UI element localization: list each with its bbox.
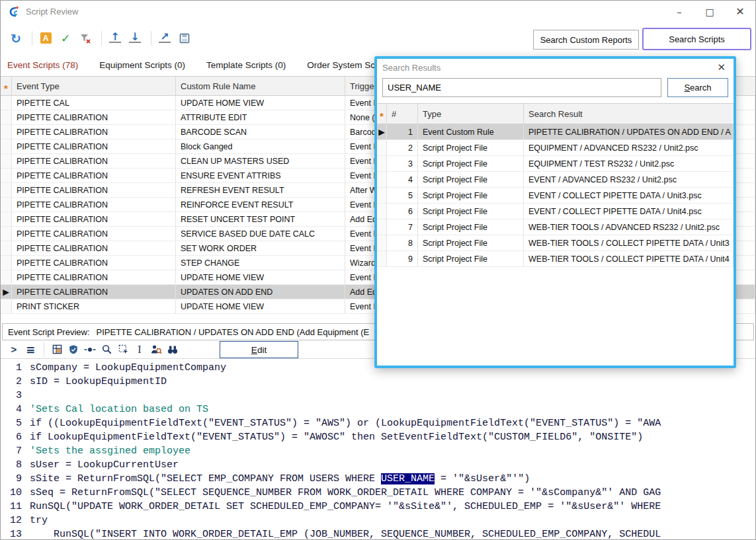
line-number: 13 [1, 529, 30, 539]
row-selector [1, 198, 12, 212]
cell-number: 9 [387, 251, 418, 266]
code-line: 5 if ((LookupEquipmentFieldText("EVENT_S… [1, 418, 755, 432]
cell-search-result: EQUIPMENT / ADVANCED RS232 / Unit2.psc [524, 140, 734, 155]
cell-event-type: PIPETTE CALIBRATION [12, 285, 176, 299]
search-input[interactable] [382, 78, 661, 97]
select-region-button[interactable] [115, 342, 131, 358]
header-search-result[interactable]: Search Result [524, 104, 734, 124]
search-result-row[interactable]: 6 Script Project File EVENT / COLLECT PI… [377, 204, 734, 219]
minimize-button[interactable]: – [664, 1, 694, 22]
download-button[interactable]: ↓ [126, 30, 144, 47]
cell-number: 1 [387, 124, 418, 139]
header-custom-rule-name[interactable]: Custom Rule Name [176, 77, 345, 95]
watch-button[interactable] [82, 342, 98, 358]
search-custom-reports-button[interactable]: Search Custom Reports [533, 30, 639, 50]
upload-button[interactable]: ↑ [106, 30, 124, 47]
cell-type: Script Project File [418, 235, 524, 251]
line-number: 5 [1, 418, 30, 432]
save-button[interactable] [176, 30, 193, 47]
line-code: sSeq = ReturnFromSQL("SELECT SEQUENCE_NU… [30, 487, 661, 501]
cell-custom-rule-name: SET WORK ORDER [176, 241, 345, 255]
highlighted-search-term: USER_NAME [381, 473, 435, 484]
validate-button[interactable] [65, 342, 81, 358]
zoom-button[interactable] [99, 342, 114, 358]
clear-filter-button[interactable] [77, 30, 94, 47]
attribute-button[interactable]: A [37, 30, 54, 47]
line-number: 8 [1, 459, 30, 473]
search-result-row[interactable]: 3 Script Project File EQUIPMENT / TEST R… [377, 156, 734, 172]
cell-custom-rule-name: REFRESH EVENT RESULT [176, 183, 345, 197]
search-result-row[interactable]: ▶ 1 Event Custom Rule PIPETTE CALIBRATIO… [377, 124, 734, 140]
attribute-icon: A [40, 32, 52, 44]
new-row-star-icon: * [380, 110, 384, 122]
search-button-accel: S [684, 83, 690, 93]
tab-equipment-scripts[interactable]: Equipment Scripts (0) [98, 56, 187, 74]
header-event-type[interactable]: Event Type [12, 77, 176, 95]
eye-icon [84, 344, 96, 356]
cell-custom-rule-name: CLEAN UP MASTERS USED [176, 154, 345, 168]
search-button[interactable]: Search [667, 78, 728, 97]
row-selector: ▶ [1, 285, 12, 299]
cell-custom-rule-name: RESET UNCERT TEST POINT [176, 212, 345, 226]
code-line: 7 'Sets the assgined employee [1, 445, 755, 459]
cell-event-type: PIPETTE CALIBRATION [12, 270, 176, 284]
cell-number: 7 [387, 219, 418, 235]
tab-event-scripts[interactable]: Event Scripts (78) [6, 56, 79, 74]
cell-custom-rule-name: BARCODE SCAN [176, 125, 345, 139]
title-bar[interactable]: Script Review – □ ✕ [1, 1, 755, 22]
row-selector [1, 227, 12, 241]
find-references-button[interactable] [165, 342, 181, 358]
line-code: if ((LookupEquipmentFieldText("EVENT_STA… [30, 418, 661, 432]
export-icon: ↗ [159, 33, 170, 43]
search-button-rest: earch [690, 83, 712, 93]
search-result-row[interactable]: 7 Script Project File WEB-TIER TOOLS / A… [377, 219, 734, 235]
line-number: 10 [1, 487, 30, 501]
search-result-row[interactable]: 4 Script Project File EVENT / ADVANCED R… [377, 172, 734, 188]
header-selector-cell: * [1, 77, 12, 95]
close-button[interactable]: ✕ [725, 1, 755, 22]
header-number[interactable]: # [387, 104, 418, 124]
text-cursor-button[interactable]: I [132, 342, 147, 358]
row-selector [377, 188, 387, 203]
maximize-button[interactable]: □ [694, 1, 725, 22]
row-selector [1, 139, 12, 153]
export-button[interactable]: ↗ [156, 30, 173, 47]
cell-type: Script Project File [418, 140, 524, 155]
header-type[interactable]: Type [418, 104, 524, 124]
search-result-row[interactable]: 9 Script Project File WEB-TIER TOOLS / C… [377, 251, 734, 267]
dialog-title-bar[interactable]: Search Results ✕ [377, 59, 734, 76]
validate-scripts-button[interactable]: ✓ [57, 30, 74, 47]
lines-icon: ≡ [26, 343, 35, 356]
window-title: Script Review [26, 7, 78, 17]
refresh-button[interactable]: ↻ [7, 30, 24, 47]
expand-button[interactable]: > [6, 342, 22, 358]
edit-button[interactable]: Edit [220, 341, 298, 358]
line-number: 7 [1, 445, 30, 459]
code-line: 6 if LookupEquipmentFieldText("EVENT_STA… [1, 432, 755, 445]
cell-event-type: PIPETTE CALIBRATION [12, 241, 176, 255]
dialog-search-row: Search [377, 76, 734, 103]
cell-event-type: PIPETTE CALIBRATION [12, 256, 176, 270]
cell-number: 2 [387, 140, 418, 155]
outline-button[interactable]: ≡ [22, 342, 38, 358]
dialog-close-button[interactable]: ✕ [714, 61, 728, 73]
grid-tool-button[interactable] [49, 342, 65, 358]
tab-template-scripts[interactable]: Template Scripts (0) [205, 56, 287, 74]
search-result-row[interactable]: 5 Script Project File EVENT / COLLECT PI… [377, 188, 734, 204]
code-editor[interactable]: 1 sCompany = LookupEquipmentCompany 2 sI… [1, 359, 755, 539]
row-selector [1, 212, 12, 226]
search-scripts-button[interactable]: Search Scripts [642, 28, 751, 50]
line-number: 11 [1, 501, 30, 515]
user-search-button[interactable] [148, 342, 164, 358]
save-icon [179, 32, 190, 44]
cell-search-result: EVENT / COLLECT PIPETTE DATA / Unit3.psc [524, 188, 734, 203]
chevron-right-icon: > [11, 344, 17, 355]
cell-event-type: PIPETTE CALIBRATION [12, 198, 176, 212]
line-code: sUser = LookupCurrentUser [30, 459, 179, 473]
search-result-row[interactable]: 8 Script Project File WEB-TIER TOOLS / C… [377, 235, 734, 251]
cell-number: 4 [387, 172, 418, 187]
search-result-row[interactable]: 2 Script Project File EQUIPMENT / ADVANC… [377, 140, 734, 156]
row-selector [377, 235, 387, 251]
main-toolbar: ↻ A ✓ ↑ ↓ ↗ [1, 22, 755, 54]
cell-search-result: EVENT / COLLECT PIPETTE DATA / Unit4.psc [524, 204, 734, 219]
